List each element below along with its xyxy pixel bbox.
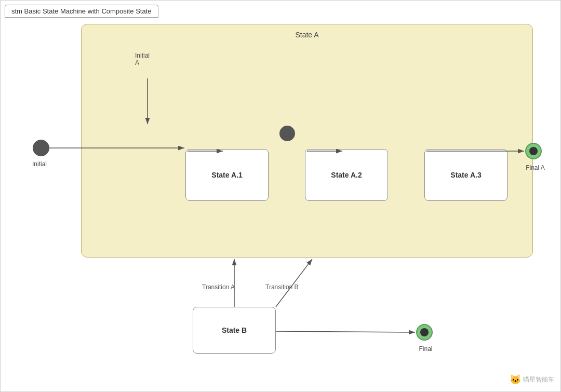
- state-a1-label: State A.1: [211, 171, 242, 179]
- svg-line-8: [276, 259, 312, 307]
- state-a3-label: State A.3: [450, 171, 481, 179]
- state-a2-box: State A.2: [305, 149, 388, 201]
- initial-a-label: Initial A: [135, 52, 150, 66]
- watermark-text: 喵星智能车: [523, 375, 554, 384]
- final-b-label: Final: [414, 345, 437, 353]
- watermark-icon: 🐱: [510, 374, 521, 385]
- final-a-circle: [525, 143, 542, 159]
- final-b-circle: [416, 324, 433, 341]
- transition-a-label: Transition A: [202, 283, 235, 291]
- initial-a-pseudostate: [279, 126, 295, 141]
- state-a-label: State A: [82, 31, 532, 39]
- state-a3-box: State A.3: [424, 149, 507, 201]
- title-tab: stm Basic State Machine with Composite S…: [5, 5, 158, 18]
- state-b-box: State B: [193, 307, 276, 354]
- state-a1-box: State A.1: [185, 149, 269, 201]
- watermark: 🐱 喵星智能车: [510, 374, 554, 385]
- final-a-label: Final A: [521, 164, 550, 171]
- title-text: stm Basic State Machine with Composite S…: [11, 7, 152, 15]
- svg-line-9: [276, 331, 415, 332]
- final-a-state: [525, 143, 542, 159]
- diagram-container: stm Basic State Machine with Composite S…: [0, 0, 561, 392]
- state-a-box: State A Initial A State A.1 State A.2 St…: [81, 24, 533, 258]
- initial-pseudostate: [33, 140, 49, 156]
- final-b-state: [416, 324, 433, 341]
- state-b-label: State B: [222, 326, 247, 334]
- state-a2-label: State A.2: [331, 171, 362, 179]
- transition-b-label: Transition B: [265, 283, 299, 291]
- initial-outer-label: Initial: [24, 160, 55, 168]
